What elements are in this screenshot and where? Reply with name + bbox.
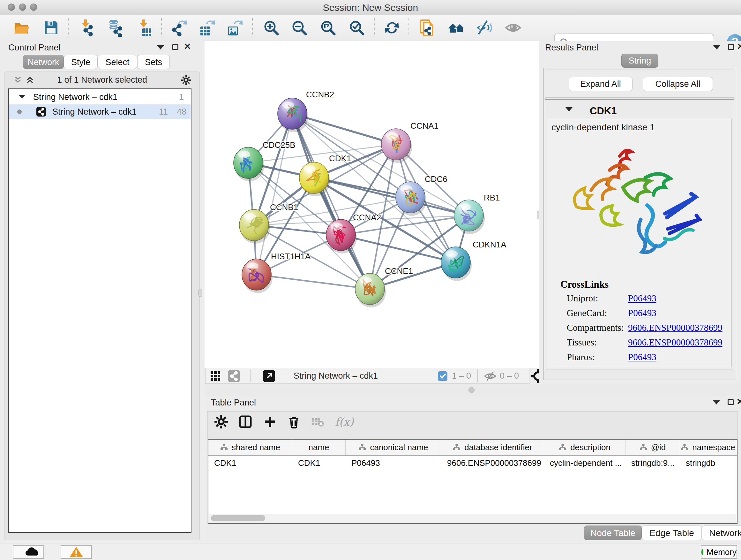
network-node-CDC6[interactable] [396, 182, 426, 216]
tab-sets[interactable]: Sets [137, 55, 170, 69]
zoom-selected-icon[interactable] [348, 19, 366, 37]
column-header[interactable]: canonical name [346, 440, 441, 455]
network-selector-bar: 1 of 1 Network selected [5, 72, 199, 88]
scrollbar-thumb[interactable] [211, 515, 265, 521]
table-cell[interactable]: cyclin-dependent ... [544, 458, 625, 468]
panel-close-icon[interactable]: ✕ [737, 398, 741, 406]
panel-float-icon[interactable] [172, 44, 179, 50]
network-collection-row[interactable]: String Network – cdk1 1 [9, 90, 191, 105]
horizontal-splitter[interactable] [205, 384, 741, 396]
clear-table-icon[interactable] [311, 415, 326, 429]
column-header[interactable]: name [292, 440, 346, 455]
table-row[interactable]: CDK1CDK1P064939606.ENSP00000378699cyclin… [208, 455, 737, 470]
zoom-in-icon[interactable] [262, 19, 280, 37]
network-view[interactable]: CCNB2CCNA1CDC25BCDK1CDC6RB1CCNB1CCNA2CDK… [205, 41, 539, 368]
collapse-all-button[interactable]: Collapse All [643, 77, 713, 91]
tab-edge-table[interactable]: Edge Table [642, 525, 702, 540]
export-image-icon[interactable] [226, 19, 244, 37]
column-header[interactable]: shared name [208, 440, 292, 455]
zoom-fit-icon[interactable] [319, 19, 337, 37]
network-edge[interactable] [257, 114, 292, 274]
network-node-CDC25B[interactable] [233, 147, 264, 181]
network-node-CDK1[interactable] [299, 162, 330, 196]
save-session-icon[interactable] [42, 19, 60, 37]
memory-button[interactable]: Memory [701, 545, 737, 559]
tab-network-table[interactable]: Network Table [702, 525, 741, 540]
import-table-file-icon[interactable] [135, 19, 153, 37]
collection-expand-icon[interactable] [19, 95, 25, 99]
column-header[interactable]: description [544, 440, 625, 455]
table-cell[interactable]: 9606.ENSP00000378699 [441, 458, 544, 468]
open-in-window-icon[interactable] [263, 370, 275, 382]
hide-graphics-details-icon[interactable] [475, 19, 493, 37]
export-table-icon[interactable] [198, 19, 216, 37]
export-network-icon[interactable] [170, 19, 188, 37]
table-cell[interactable]: CDK1 [292, 458, 346, 468]
tab-style[interactable]: Style [64, 55, 98, 69]
tab-string[interactable]: String [621, 54, 658, 68]
network-from-document-icon[interactable] [419, 19, 436, 37]
crosslink-link[interactable]: P06493 [628, 352, 657, 362]
toolbar-separator [252, 18, 253, 37]
function-builder-icon[interactable]: f(x) [333, 415, 359, 429]
crosslink-link[interactable]: P06493 [628, 293, 657, 304]
network-node-CCNE1[interactable] [355, 273, 386, 307]
selected-checkbox-icon[interactable] [438, 371, 448, 381]
panel-menu-icon[interactable] [713, 400, 720, 405]
column-header[interactable]: @id [625, 440, 680, 455]
share-view-icon[interactable] [228, 370, 240, 382]
shared-column-icon [220, 444, 228, 451]
column-header-label: shared name [232, 442, 280, 452]
hidden-eye-icon[interactable] [484, 371, 496, 381]
network-node-CCNB2[interactable] [278, 98, 308, 132]
zoom-out-icon[interactable] [290, 19, 308, 37]
network-node-HIST1H1A[interactable] [242, 259, 273, 293]
column-header[interactable]: database identifier [441, 440, 544, 455]
horizontal-scrollbar[interactable] [209, 514, 736, 523]
table-cell[interactable]: stringdb [680, 458, 736, 468]
table-cell[interactable]: CDK1 [208, 458, 292, 468]
node-label-CDC6: CDC6 [425, 174, 448, 184]
horizontal-splitter-handle[interactable] [468, 387, 475, 393]
column-header[interactable]: namespace [680, 440, 736, 455]
table-gear-icon[interactable] [214, 415, 229, 429]
update-network-icon[interactable] [383, 19, 401, 37]
import-network-file-icon[interactable] [78, 19, 96, 37]
panel-float-icon[interactable] [728, 44, 734, 50]
network-node-CCNB1[interactable] [239, 209, 270, 244]
gear-icon[interactable] [181, 75, 191, 85]
crosslink-link[interactable]: 9606.ENSP00000378699 [628, 322, 723, 333]
crosslink-link[interactable]: 9606.ENSP00000378699 [628, 337, 723, 348]
network-edge[interactable] [257, 274, 370, 289]
delete-icon[interactable] [287, 415, 301, 429]
crosslink-link[interactable]: P06493 [628, 308, 657, 318]
network-node-CDKN1A[interactable] [441, 247, 472, 281]
expand-all-button[interactable]: Expand All [569, 77, 632, 91]
grid-view-icon[interactable] [210, 371, 221, 381]
tab-node-table[interactable]: Node Table [584, 525, 642, 540]
table-cell[interactable]: stringdb:9... [625, 458, 680, 468]
network-row[interactable]: String Network – cdk1 11 48 [9, 105, 191, 119]
add-icon[interactable] [263, 415, 278, 429]
network-node-RB1[interactable] [454, 200, 485, 234]
network-node-CCNA1[interactable] [381, 129, 412, 163]
warning-button[interactable] [61, 545, 92, 559]
panel-close-icon[interactable]: ✕ [184, 43, 191, 51]
panel-close-icon[interactable]: ✕ [737, 43, 741, 51]
table-cell[interactable]: P06493 [346, 458, 441, 468]
memory-status-dot [701, 549, 703, 555]
tab-select[interactable]: Select [98, 55, 137, 69]
panel-menu-icon[interactable] [713, 45, 720, 50]
import-network-database-icon[interactable] [106, 19, 124, 37]
tab-network[interactable]: Network [23, 55, 64, 69]
protein-expand-icon[interactable] [565, 107, 572, 111]
panel-menu-icon[interactable] [157, 45, 164, 50]
open-session-icon[interactable] [13, 19, 30, 37]
show-columns-icon[interactable] [239, 415, 253, 429]
network-edge[interactable] [292, 114, 370, 289]
show-graphics-details-icon[interactable] [504, 19, 522, 37]
string-home-icon[interactable] [448, 19, 465, 37]
cloud-button[interactable] [13, 545, 44, 559]
left-splitter-handle[interactable] [199, 289, 202, 297]
panel-float-icon[interactable] [728, 399, 734, 405]
